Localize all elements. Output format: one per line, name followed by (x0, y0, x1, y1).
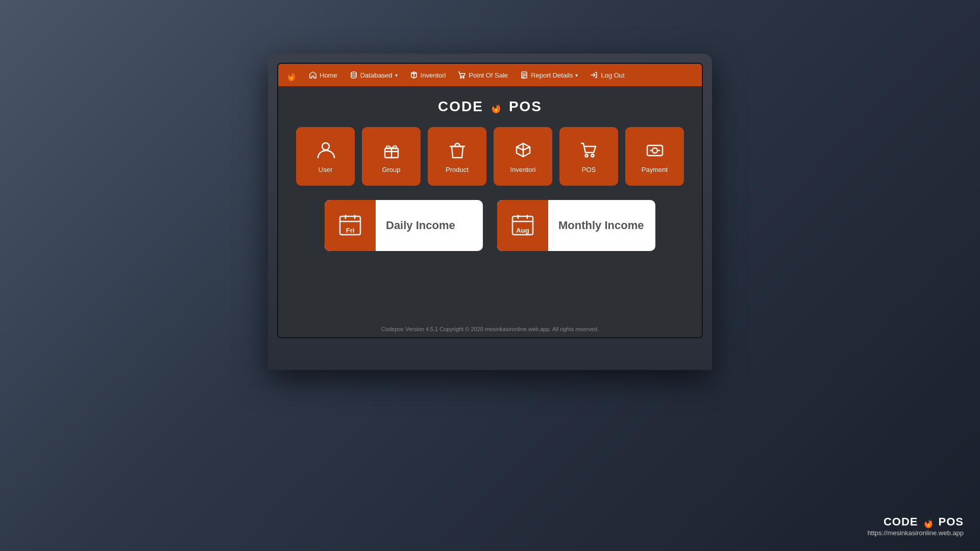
nav-databased[interactable]: Databased ▾ (345, 69, 403, 81)
nav-inventori-label: Inventori (421, 71, 446, 79)
report-dropdown-icon: ▾ (575, 72, 578, 78)
navbar: Home Databased ▾ Invent (278, 64, 702, 86)
svg-text:Fri: Fri (346, 227, 355, 234)
group-label: Group (382, 166, 400, 173)
database-icon (350, 71, 358, 79)
app-title-left: CODE (438, 98, 483, 115)
group-icon (381, 139, 402, 161)
monthly-income-icon: Aug (497, 200, 548, 251)
daily-income-card[interactable]: Fri Daily Income (325, 200, 483, 251)
nav-databased-label: Databased (360, 71, 393, 79)
pos-icon (578, 139, 600, 161)
nav-report[interactable]: Report Details ▾ (515, 69, 583, 81)
watermark-title: CODE POS (884, 515, 964, 529)
pos-card[interactable]: POS (559, 127, 618, 186)
footer-text: Codepos Version 4.5.1 Copyright © 2020 m… (381, 326, 599, 332)
brand-logo-icon (284, 68, 299, 82)
calendar-fri-icon: Fri (336, 211, 364, 240)
daily-income-label: Daily Income (376, 219, 465, 232)
icon-grid: User Group (296, 127, 684, 186)
watermark-flame-icon (921, 515, 936, 529)
nav-pos[interactable]: Point Of Sale (453, 69, 513, 81)
nav-logout[interactable]: Log Out (585, 69, 629, 81)
pos-label: POS (582, 166, 596, 173)
payment-card[interactable]: Payment (625, 127, 684, 186)
nav-pos-label: Point Of Sale (469, 71, 508, 79)
box-icon-nav (410, 71, 418, 79)
inventori-card[interactable]: Inventori (494, 127, 552, 186)
watermark-title-left: CODE (884, 515, 918, 529)
product-icon (447, 139, 468, 161)
nav-report-label: Report Details (531, 71, 573, 79)
svg-point-1 (460, 77, 461, 78)
svg-rect-8 (647, 145, 663, 156)
nav-logout-label: Log Out (601, 71, 624, 79)
svg-point-9 (652, 148, 657, 153)
cart-icon-nav (458, 71, 466, 79)
watermark-url: https://mesinkasironline.web.app (867, 529, 964, 537)
main-content: CODE POS User (278, 86, 702, 337)
income-row: Fri Daily Income (325, 200, 655, 251)
laptop-frame: Home Databased ▾ Invent (268, 54, 712, 370)
home-icon (309, 71, 317, 79)
logout-icon (590, 71, 598, 79)
product-label: Product (446, 166, 469, 173)
nav-home[interactable]: Home (304, 69, 342, 81)
nav-home-label: Home (320, 71, 337, 79)
watermark-title-right: POS (939, 515, 964, 529)
svg-point-6 (585, 155, 587, 157)
daily-income-icon: Fri (325, 200, 376, 251)
group-card[interactable]: Group (362, 127, 421, 186)
databased-dropdown-icon: ▾ (395, 72, 398, 78)
monthly-income-label: Monthly Income (548, 219, 654, 232)
user-label: User (318, 166, 332, 173)
user-icon (315, 139, 336, 161)
inventori-icon (512, 139, 534, 161)
svg-point-7 (591, 155, 594, 157)
footer: Codepos Version 4.5.1 Copyright © 2020 m… (376, 321, 604, 337)
app-container: Home Databased ▾ Invent (278, 64, 702, 337)
report-icon (520, 71, 528, 79)
product-card[interactable]: Product (428, 127, 486, 186)
calendar-aug-icon: Aug (508, 211, 537, 240)
payment-icon (644, 139, 666, 161)
app-flame-icon (488, 99, 504, 114)
user-card[interactable]: User (296, 127, 355, 186)
payment-label: Payment (642, 166, 668, 173)
watermark: CODE POS https://mesinkasironline.web.ap… (867, 515, 964, 537)
app-title-right: POS (509, 98, 542, 115)
svg-point-2 (463, 77, 464, 78)
inventori-label: Inventori (510, 166, 536, 173)
svg-point-0 (351, 72, 356, 74)
nav-inventori[interactable]: Inventori (405, 69, 451, 81)
screen-bezel: Home Databased ▾ Invent (277, 63, 703, 338)
app-title: CODE POS (438, 98, 542, 115)
monthly-income-card[interactable]: Aug Monthly Income (497, 200, 655, 251)
svg-text:Aug: Aug (516, 227, 529, 234)
svg-point-4 (322, 143, 329, 150)
